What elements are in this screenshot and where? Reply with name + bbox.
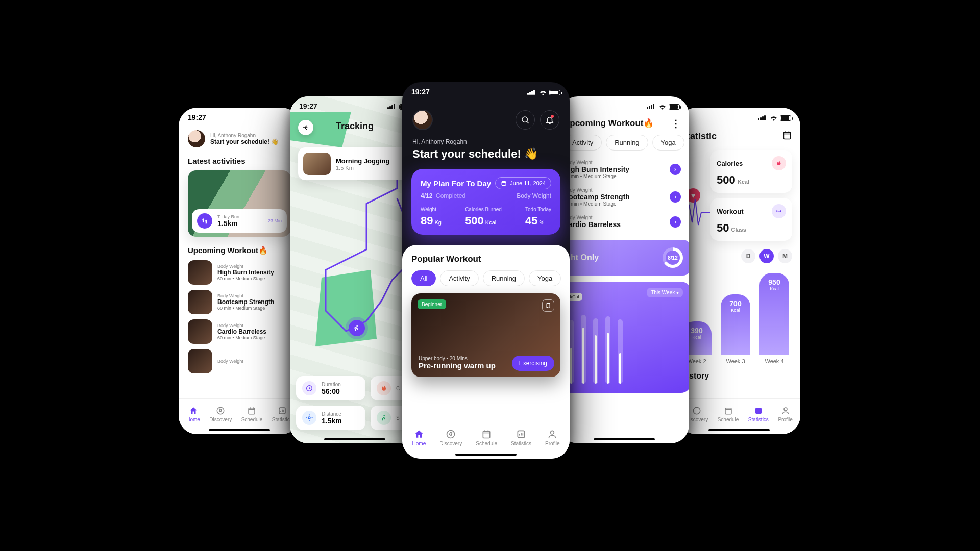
- workout-item[interactable]: Body WeightHigh Burn Intensity60 min • M…: [564, 156, 681, 183]
- nav-home[interactable]: Home: [186, 406, 200, 422]
- cta-text: Start your schedule! 👋: [402, 147, 570, 161]
- plan-card[interactable]: My Plan For To Day June 11, 2024 4/12 Co…: [411, 169, 560, 235]
- calendar-icon: [724, 406, 733, 415]
- svg-point-12: [693, 407, 700, 414]
- latest-activity-card[interactable]: Today Run 1.5km 23 Min: [188, 170, 291, 237]
- filter-yoga[interactable]: Yoga: [529, 270, 561, 286]
- activity-thumb: [303, 153, 331, 175]
- screen-upcoming: Upcoming Workout🔥 ⋮ Activity Running Yog…: [559, 96, 689, 443]
- nav-discovery[interactable]: Discovery: [209, 406, 232, 422]
- seg-day[interactable]: D: [741, 249, 755, 263]
- steps-icon: [197, 213, 212, 229]
- svg-rect-1: [249, 408, 255, 414]
- workout-item[interactable]: Body WeightCardio Barreless›: [564, 211, 681, 233]
- nav-statistics[interactable]: Statistics: [748, 406, 769, 422]
- chart-icon: [754, 406, 763, 415]
- nav-home[interactable]: Home: [412, 429, 426, 446]
- plan-date[interactable]: June 11, 2024: [495, 177, 551, 189]
- compass-icon: [692, 406, 701, 415]
- chart-icon: [278, 406, 287, 415]
- nav-profile[interactable]: Profile: [778, 406, 792, 422]
- clock-icon: [302, 381, 316, 395]
- greeting-row: Hi, Anthony Rogahn Start your schedule! …: [188, 130, 291, 147]
- bookmark-icon: [545, 303, 551, 309]
- workout-item[interactable]: Body Weight: [188, 349, 291, 373]
- home-indicator: [455, 454, 517, 456]
- weight-only-card[interactable]: Weight Only 8/12: [559, 240, 689, 276]
- calendar-icon: [481, 429, 492, 439]
- workout-item[interactable]: Body WeightBootcamp Strength60 min • Med…: [188, 290, 291, 314]
- screen-home-dark: 19:27 Hi, Anthony Rogahn Start your sche…: [402, 82, 570, 459]
- seg-week[interactable]: W: [760, 249, 774, 263]
- range-select[interactable]: This Week ▾: [647, 288, 683, 297]
- nav-schedule[interactable]: Schedule: [241, 406, 263, 422]
- calories-chart-card: ies This Week ▾ 1484 kCal: [559, 282, 689, 393]
- target-icon: [302, 411, 316, 425]
- status-bar: [559, 96, 689, 114]
- nav-statistics[interactable]: Statistics: [272, 406, 292, 422]
- user-icon: [781, 406, 790, 415]
- svg-rect-11: [783, 132, 790, 139]
- bookmark-button[interactable]: [542, 299, 554, 312]
- today-run-value: 1.5km: [217, 219, 263, 228]
- plan-title: My Plan For To Day: [421, 179, 491, 188]
- screen-tracking: 19:27 Tracking Morning Jogging1.5 Km Dur…: [290, 96, 420, 443]
- dumbbell-icon: [772, 204, 786, 218]
- nav-profile[interactable]: Profile: [545, 429, 559, 446]
- filter-yoga[interactable]: Yoga: [652, 135, 684, 151]
- cta-text: Start your schedule! 👋: [210, 138, 279, 145]
- seg-month[interactable]: M: [778, 249, 792, 263]
- home-indicator: [209, 429, 270, 431]
- workout-item[interactable]: Body WeightHigh Burn Intensity60 min • M…: [188, 260, 291, 285]
- calendar-button[interactable]: [782, 130, 792, 143]
- svg-point-7: [447, 430, 455, 438]
- notification-button[interactable]: [540, 110, 559, 130]
- workout-item[interactable]: Body WeightCardio Barreless60 min • Medi…: [188, 319, 291, 344]
- svg-point-4: [308, 417, 310, 419]
- nav-schedule[interactable]: Schedule: [718, 406, 739, 422]
- filter-all[interactable]: All: [411, 270, 436, 286]
- greeting-text: Hi, Anthony Rogahn: [402, 138, 570, 145]
- history-title: History: [681, 371, 792, 381]
- calendar-icon: [782, 130, 792, 140]
- activity-card[interactable]: Morning Jogging1.5 Km: [298, 147, 410, 180]
- workout-item[interactable]: Body WeightBootcamp Strength60 min • Med…: [564, 183, 681, 211]
- status-bar: 19:27: [179, 108, 300, 125]
- status-time: 19:27: [299, 102, 317, 110]
- workout-card[interactable]: Workout 50Class: [710, 198, 792, 241]
- home-indicator: [324, 438, 385, 440]
- svg-rect-14: [755, 408, 762, 414]
- greeting-text: Hi, Anthony Rogahn: [210, 133, 279, 138]
- status-time: 19:27: [411, 88, 430, 96]
- nav-schedule[interactable]: Schedule: [476, 429, 497, 446]
- wifi-icon: [770, 115, 778, 121]
- flame-icon: [377, 381, 391, 395]
- filter-running[interactable]: Running: [606, 135, 648, 151]
- user-icon: [547, 429, 557, 439]
- search-icon: [521, 115, 530, 124]
- home-indicator: [708, 429, 770, 431]
- filter-running[interactable]: Running: [483, 270, 525, 286]
- svg-point-0: [217, 407, 225, 414]
- speed-icon: [377, 411, 391, 425]
- calendar-icon: [247, 406, 256, 415]
- nav-discovery[interactable]: Discovery: [439, 429, 462, 446]
- filter-activity[interactable]: Activity: [440, 270, 478, 286]
- location-marker: [349, 320, 365, 336]
- screen-home-light: 19:27 Hi, Anthony Rogahn Start your sche…: [179, 108, 300, 434]
- chevron-right-icon: ›: [670, 164, 681, 175]
- svg-point-10: [551, 431, 554, 434]
- exercising-button[interactable]: Exercising: [512, 356, 554, 371]
- screen-statistics: Statistic ♥ Calories 500Kcal Workout 50C…: [678, 108, 800, 434]
- svg-rect-13: [725, 408, 731, 414]
- nav-statistics[interactable]: Statistics: [511, 429, 531, 446]
- today-run-badge: 23 Min: [268, 218, 282, 223]
- avatar[interactable]: [412, 110, 433, 130]
- workout-card[interactable]: Beginner Upper body • 20 Mins Pre-runnin…: [411, 293, 560, 377]
- search-button[interactable]: [516, 110, 535, 130]
- avatar[interactable]: [188, 130, 205, 147]
- wifi-icon: [658, 104, 667, 110]
- daily-bars: [559, 312, 683, 384]
- calories-card[interactable]: Calories 500Kcal: [710, 150, 792, 193]
- svg-point-15: [784, 408, 787, 411]
